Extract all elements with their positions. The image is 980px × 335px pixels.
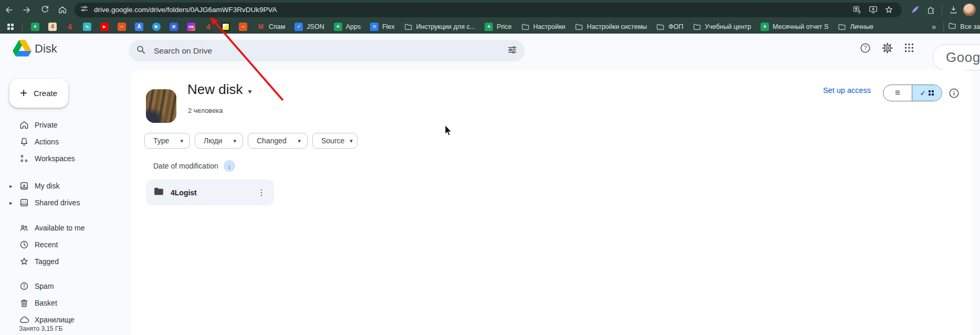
- search-input[interactable]: Search on Drive: [154, 46, 507, 56]
- youtube-icon: ▶: [100, 23, 109, 31]
- search-options-icon[interactable]: [507, 45, 518, 57]
- bookmark-telegram[interactable]: ▶: [152, 23, 161, 31]
- info-icon[interactable]: [945, 84, 963, 102]
- sidebar: + Create PrivateActionsWorkspaces▸My dis…: [0, 70, 131, 335]
- filter-chip-changed[interactable]: Changed▾: [248, 133, 308, 149]
- bookmarks-divider-right: [943, 23, 944, 31]
- bookmark-logist[interactable]: 4: [48, 23, 57, 31]
- bookmark-спам[interactable]: MСпам: [257, 23, 285, 31]
- bookmark-pulse[interactable]: ∿: [83, 23, 91, 31]
- bookmark-учебный-центр[interactable]: Учебный центр: [693, 23, 751, 31]
- bookmark-robot[interactable]: ••: [118, 23, 126, 31]
- file-item-folder[interactable]: 4Logist ⋮: [146, 180, 274, 205]
- four-icon: 4: [66, 23, 74, 31]
- filter-chip-type[interactable]: Type▾: [144, 133, 190, 149]
- list-view-button[interactable]: ≡: [883, 85, 912, 101]
- folder-icon: [153, 186, 164, 199]
- bookmark-json[interactable]: ✓JSON: [294, 23, 324, 31]
- extensions-puzzle-icon[interactable]: [923, 3, 939, 17]
- google-account-widget[interactable]: Google: [933, 44, 980, 70]
- browser-profile-avatar[interactable]: [963, 4, 976, 16]
- back-icon[interactable]: [0, 2, 18, 18]
- sidebar-item-actions[interactable]: Actions: [0, 133, 131, 150]
- drive-logo-icon[interactable]: [13, 40, 31, 59]
- sidebar-item-spam[interactable]: Spam: [0, 278, 131, 295]
- sidebar-item-private[interactable]: Private: [0, 117, 131, 133]
- bookmark-translate[interactable]: A: [135, 23, 143, 31]
- sort-label[interactable]: Date of modification: [153, 162, 218, 170]
- bookmark-four[interactable]: 4: [204, 23, 213, 31]
- folder-icon: [693, 23, 701, 31]
- install-app-icon[interactable]: [865, 3, 881, 17]
- help-icon[interactable]: ?: [855, 37, 876, 58]
- set-up-access-link[interactable]: Set up access: [823, 86, 871, 95]
- translate-icon[interactable]: [849, 3, 865, 17]
- home-icon[interactable]: [54, 2, 71, 18]
- search-icon[interactable]: [136, 45, 146, 57]
- sidebar-item-basket[interactable]: Basket: [0, 295, 131, 311]
- pinned-bookmarks: +44∿▶••A▶×ua4••: [31, 23, 247, 31]
- chip-label: Люди: [204, 137, 222, 145]
- bookmark-фоп[interactable]: ФОП: [656, 23, 683, 31]
- filter-chip-source[interactable]: Source▾: [312, 133, 357, 149]
- topbar-divider: [942, 5, 942, 15]
- my-disk-icon: [19, 181, 35, 191]
- bookmark-flex[interactable]: ≡Flex: [370, 23, 395, 31]
- sidebar-item-available-to-me[interactable]: Available to me: [0, 219, 131, 236]
- folder-icon: [575, 23, 583, 31]
- downloads-icon[interactable]: [945, 3, 961, 17]
- sidebar-item-recent[interactable]: Recent: [0, 236, 131, 253]
- bookmark-label: Личные: [850, 23, 873, 30]
- bookmark-youtube[interactable]: ▶: [100, 23, 109, 31]
- settings-gear-icon[interactable]: [877, 37, 898, 58]
- site-controls-icon[interactable]: [80, 4, 89, 15]
- url-bar[interactable]: drive.google.com/drive/folders/0AJG6amWF…: [75, 3, 902, 17]
- expand-caret-icon[interactable]: ▸: [9, 200, 19, 206]
- feather-extension-icon[interactable]: [907, 3, 923, 17]
- bookmark-label: Apps: [346, 23, 361, 30]
- bookmark-apps[interactable]: +Apps: [334, 23, 361, 31]
- bookmark-sheets[interactable]: +: [31, 23, 39, 31]
- folder-icon: [948, 22, 956, 32]
- page-title[interactable]: New disk ▾: [187, 81, 252, 98]
- bookmark-four[interactable]: 4: [66, 23, 74, 31]
- all-bookmarks-folder[interactable]: Все за: [948, 22, 980, 32]
- grid-view-button[interactable]: ✓: [912, 85, 942, 101]
- sidebar-item-my-disk[interactable]: ▸My disk: [0, 177, 131, 194]
- bookmark-cross[interactable]: ×: [170, 23, 178, 31]
- star-icon: [19, 256, 35, 267]
- bookmark-настройки-системы[interactable]: Настройки системы: [575, 23, 647, 31]
- sidebar-item-label: Spam: [35, 282, 54, 290]
- create-button[interactable]: + Create: [9, 79, 68, 108]
- search-bar[interactable]: Search on Drive: [129, 40, 525, 61]
- url-text[interactable]: drive.google.com/drive/folders/0AJG6amWF…: [94, 6, 849, 14]
- sheets-icon: +: [334, 23, 342, 31]
- google-apps-grid-icon[interactable]: [899, 37, 920, 58]
- bookmark-настройки[interactable]: Настройки: [521, 23, 565, 31]
- sidebar-item-shared-drives[interactable]: ▸Shared drives: [0, 194, 131, 211]
- forward-icon[interactable]: [18, 2, 36, 18]
- sidebar-item-tagged[interactable]: Tagged: [0, 253, 131, 270]
- reload-icon[interactable]: [36, 2, 54, 18]
- bookmark-price[interactable]: +Price: [484, 23, 511, 31]
- sort-direction-icon[interactable]: ↓: [224, 160, 235, 172]
- bookmarks-overflow-chevron[interactable]: »: [932, 22, 936, 31]
- bookmark-ua[interactable]: ua: [187, 23, 195, 31]
- bookmark-личные[interactable]: Личные: [838, 23, 873, 31]
- bookmark-инструкции-для-с-[interactable]: Инструкции для с...: [404, 23, 476, 31]
- filter-chip-люди[interactable]: Люди▾: [195, 133, 243, 149]
- bookmark-label: Настройки: [533, 23, 565, 30]
- apps-shortcut-icon[interactable]: [7, 24, 14, 30]
- more-options-icon[interactable]: ⋮: [255, 187, 268, 197]
- title-dropdown-caret-icon[interactable]: ▾: [248, 87, 251, 96]
- cloud-icon: [19, 315, 35, 325]
- drive-thumbnail[interactable]: [146, 89, 176, 123]
- bookmark-robot[interactable]: ••: [239, 23, 247, 31]
- sidebar-item-workspaces[interactable]: Workspaces: [0, 150, 131, 167]
- bookmark-месячный-отчет-s[interactable]: +Месячный отчет S: [761, 23, 828, 31]
- expand-caret-icon[interactable]: ▸: [9, 183, 19, 190]
- bookmark-card[interactable]: [222, 23, 230, 31]
- bookmark-star-icon[interactable]: [881, 3, 897, 17]
- content-card: New disk ▾ 2 человека Set up access ≡ ✓ …: [131, 70, 973, 335]
- telegram-icon: ▶: [152, 23, 161, 31]
